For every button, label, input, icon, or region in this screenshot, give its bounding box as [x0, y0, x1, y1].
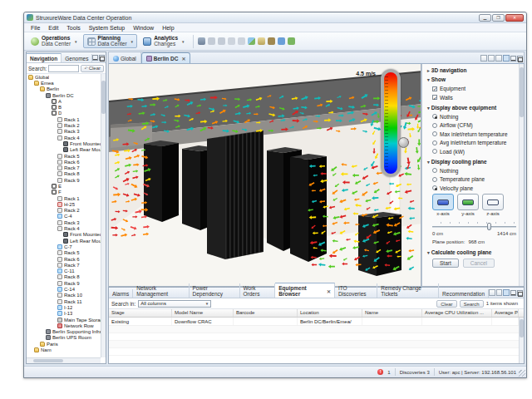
table-search-button[interactable]: Search	[460, 300, 484, 308]
cancel-button[interactable]: Cancel	[463, 259, 495, 268]
maximize-button[interactable]: ❐	[492, 14, 505, 22]
tree-item[interactable]: Left Rear Moun	[27, 238, 101, 244]
search-input[interactable]	[48, 65, 79, 72]
tree-item[interactable]: D	[27, 111, 101, 116]
axis-button[interactable]	[482, 194, 504, 210]
plane-position-slider[interactable]	[432, 221, 516, 229]
toolbar-icon[interactable]	[198, 37, 205, 45]
table-view-icon[interactable]	[489, 289, 495, 296]
radio-icon[interactable]	[432, 149, 437, 154]
tree-item[interactable]: Rack 9	[27, 280, 101, 286]
toolbar-icon[interactable]	[278, 37, 285, 45]
section-cooling-plane[interactable]: ▾Display cooling plane	[427, 159, 520, 165]
cooling-plane-radio[interactable]: Velocity plane	[432, 185, 520, 191]
perspective-button[interactable]: Planning Data Center ▾	[83, 34, 138, 48]
navigation-tab[interactable]: Navigation	[27, 53, 62, 62]
bottom-tab[interactable]: ITO Discoveries ✕	[335, 283, 377, 298]
toolbar-icon[interactable]	[248, 37, 255, 45]
3d-viewport[interactable]: 4.5 m/s	[108, 64, 421, 287]
menu-item[interactable]: System Setup	[85, 25, 130, 31]
tree-item[interactable]: C-14	[27, 286, 101, 292]
tree-item[interactable]: I-13	[27, 311, 101, 317]
plane-slider-handle[interactable]	[487, 223, 491, 230]
table-row[interactable]: ExistingDownflow CRACBerlin DC/Berlin/Em…	[109, 318, 524, 326]
tree-item[interactable]: Rack 11	[27, 298, 101, 304]
axis-button[interactable]	[432, 194, 454, 210]
view-maximize-icon[interactable]	[99, 55, 105, 61]
tree-item[interactable]: Rack 4	[27, 135, 101, 140]
tree-item[interactable]: C-7	[27, 244, 101, 249]
checkbox-icon[interactable]	[432, 95, 437, 100]
chevron-down-icon[interactable]: ▾	[182, 39, 185, 44]
column-header[interactable]: Barcode	[234, 309, 298, 317]
close-tab-icon[interactable]: ✕	[181, 56, 185, 62]
editor-tab[interactable]: Global ✕	[109, 52, 141, 63]
bottom-tab[interactable]: Network Management ✕	[133, 283, 189, 298]
toolbar-icon[interactable]	[228, 37, 235, 45]
bottom-tab[interactable]: Work Orders ✕	[240, 283, 276, 298]
radio-icon[interactable]	[432, 131, 437, 136]
navigation-tab[interactable]: Genomes	[62, 54, 92, 62]
column-header[interactable]: Average CPU Utilization ...	[422, 309, 492, 317]
panel-minimize-icon[interactable]	[510, 290, 516, 296]
panel-maximize-icon[interactable]	[517, 290, 523, 296]
radio-icon[interactable]	[432, 185, 437, 190]
view-minimize-icon[interactable]	[92, 55, 98, 61]
tree-item[interactable]: F	[27, 190, 101, 195]
section-display-above[interactable]: ▾Display above equipment	[427, 105, 520, 111]
tree-item[interactable]: A	[27, 98, 101, 104]
radio-icon[interactable]	[432, 114, 437, 119]
column-header[interactable]: Average Pow...	[492, 309, 519, 317]
display-above-radio[interactable]: Load (kW)	[432, 149, 520, 155]
display-above-radio[interactable]: Nothing	[432, 114, 520, 120]
discoveries-label[interactable]: Discoveries 3	[400, 370, 430, 375]
column-header[interactable]: Stage	[109, 309, 172, 317]
show-checkbox[interactable]: Equipment	[432, 86, 520, 91]
tree-item[interactable]: Rack 3	[27, 219, 101, 225]
axis-button[interactable]	[457, 194, 479, 210]
toolbar-icon[interactable]	[208, 37, 215, 45]
tree-item[interactable]: Rack 7	[27, 165, 101, 170]
tree-item[interactable]: Rack 8	[27, 171, 101, 177]
tree-item[interactable]: Front Mounted	[27, 140, 101, 146]
tree-item[interactable]: Global	[27, 74, 101, 80]
tree-item[interactable]: Rack 9	[27, 177, 101, 183]
display-above-radio[interactable]: Airflow (CFM)	[432, 122, 520, 128]
chevron-down-icon[interactable]: ▾	[75, 39, 77, 44]
options-scrollbar[interactable]	[519, 64, 524, 286]
tree-item[interactable]: Berlin	[27, 86, 101, 92]
layout-3d-icon[interactable]	[503, 55, 510, 62]
bottom-tab[interactable]: Remedy Change Tickets ✕	[377, 283, 439, 298]
editor-maximize-icon[interactable]	[517, 56, 523, 62]
close-tab-icon[interactable]: ✕	[327, 288, 331, 294]
column-header[interactable]: Location	[298, 309, 362, 317]
cooling-plane-radio[interactable]: Nothing	[432, 168, 520, 174]
toolbar-icon[interactable]	[268, 37, 275, 45]
tree-item[interactable]: Main Tape Storage	[27, 317, 101, 323]
tree-item[interactable]: B	[27, 104, 101, 110]
menu-item[interactable]: Help	[158, 25, 178, 31]
show-checkbox[interactable]: Walls	[432, 95, 520, 101]
radio-icon[interactable]	[432, 168, 437, 173]
legend-knob[interactable]	[398, 137, 409, 148]
column-header[interactable]: Name	[362, 309, 422, 317]
tree-item[interactable]: Nam	[27, 347, 101, 352]
tree-item[interactable]: Rack 7	[27, 262, 101, 268]
editor-minimize-icon[interactable]	[510, 56, 516, 62]
monitor-icon[interactable]	[503, 289, 510, 296]
bottom-tab[interactable]: Equipment Browser ✕	[275, 283, 335, 298]
table-clear-button[interactable]: Clear	[436, 300, 456, 308]
display-above-radio[interactable]: Avg inlet/return temperature	[432, 140, 520, 145]
cooling-plane-radio[interactable]: Temperature plane	[432, 176, 520, 182]
bottom-tab[interactable]: Recommendation ✕	[439, 289, 489, 298]
editor-tab[interactable]: Berlin DC ✕	[141, 52, 191, 63]
menu-item[interactable]: File	[27, 25, 44, 31]
column-header[interactable]: Model Name	[172, 309, 234, 317]
section-calculate[interactable]: ▾Calculate cooling plane	[427, 249, 520, 255]
search-column-select[interactable]: All columns▼	[138, 300, 211, 308]
perspective-button[interactable]: Operations Data Center ▾	[27, 34, 81, 48]
tree-item[interactable]: Front Mounted	[27, 232, 101, 238]
toolbar-icon[interactable]	[288, 37, 295, 45]
checkbox-icon[interactable]	[432, 86, 437, 91]
tree-item[interactable]: Rack 4	[27, 225, 101, 231]
